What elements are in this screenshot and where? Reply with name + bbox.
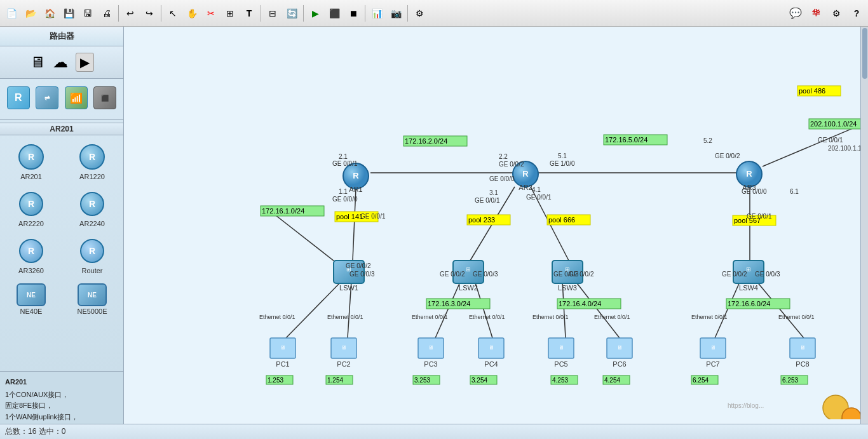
svg-line-15 <box>756 281 804 338</box>
tb-redo[interactable]: ↪ <box>140 4 158 22</box>
svg-line-13 <box>575 281 620 338</box>
network-diagram: R AR1 R AR2 R AR3 ⊞ LSW1 ⊞ LSW2 ⊞ LSW3 <box>124 27 861 419</box>
tb-open[interactable]: 📂 <box>22 4 39 22</box>
tb-graph[interactable]: 📊 <box>368 4 386 22</box>
svg-text:2.2: 2.2 <box>499 153 508 160</box>
svg-text:172.16.5.0/24: 172.16.5.0/24 <box>605 136 648 144</box>
sidebar-item-ar2220[interactable]: R AR2220 <box>3 187 60 229</box>
svg-text:🖥: 🖥 <box>280 344 286 351</box>
sidebar-item-router[interactable]: R Router <box>64 234 121 276</box>
svg-text:202.100.1.0/24: 202.100.1.0/24 <box>810 120 857 128</box>
sidebar-wireless-icon[interactable]: 📶 <box>63 84 90 112</box>
svg-text:4.1: 4.1 <box>532 186 541 193</box>
tb-save[interactable]: 💾 <box>60 4 78 22</box>
svg-text:6.254: 6.254 <box>693 377 709 384</box>
svg-text:172.16.2.0/24: 172.16.2.0/24 <box>405 137 447 145</box>
svg-text:LSW1: LSW1 <box>339 284 358 292</box>
sidebar-divider <box>0 119 123 120</box>
tb-fitpage[interactable]: ⊞ <box>221 4 239 22</box>
statusbar: 总数：16 选中：0 <box>0 424 868 439</box>
sidebar-category: 路由器 <box>0 27 123 46</box>
svg-text:Ethernet 0/0/1: Ethernet 0/0/1 <box>412 314 448 320</box>
svg-text:1.1: 1.1 <box>339 188 348 195</box>
svg-text:GE 0/0/2: GE 0/0/2 <box>569 271 594 278</box>
sidebar-selected-device: AR201 <box>0 123 123 135</box>
svg-text:4.254: 4.254 <box>604 377 620 384</box>
canvas-vscroll-thumb[interactable] <box>862 28 867 79</box>
tb-select[interactable]: ↖ <box>164 4 182 22</box>
sidebar-device-row-4: NE NE40E NE NE5000E <box>3 279 121 320</box>
svg-text:PC6: PC6 <box>613 360 626 368</box>
tb-text[interactable]: T <box>240 4 258 22</box>
sidebar-arrow-icon[interactable]: ▶ <box>74 50 95 74</box>
toolbar-sep-3 <box>261 5 261 22</box>
svg-text:Ethernet 0/0/1: Ethernet 0/0/1 <box>691 314 728 320</box>
tb-capture[interactable]: 📷 <box>387 4 405 22</box>
tb-new[interactable]: 📄 <box>3 4 20 22</box>
toolbar: 📄 📂 🏠 💾 🖫 🖨 ↩ ↪ ↖ ✋ ✂ ⊞ T ⊟ 🔄 ▶ ⬛ ⏹ 📊 📷 … <box>0 0 868 27</box>
tb-hand[interactable]: ✋ <box>183 4 201 22</box>
svg-text:GE 0/0/1: GE 0/0/1 <box>475 197 500 204</box>
sidebar-item-ar1220[interactable]: R AR1220 <box>64 140 121 182</box>
svg-text:6.1: 6.1 <box>790 188 799 195</box>
svg-text:pool 486: pool 486 <box>799 87 825 95</box>
svg-text:GE 0/0/3: GE 0/0/3 <box>755 271 780 278</box>
tb-gear[interactable]: ⚙ <box>827 4 845 22</box>
tb-refresh[interactable]: 🔄 <box>283 4 301 22</box>
svg-text:2.1: 2.1 <box>339 153 348 160</box>
svg-text:6.253: 6.253 <box>782 377 798 384</box>
svg-text:GE 0/0/0: GE 0/0/0 <box>742 188 767 195</box>
tb-play[interactable]: ▶ <box>306 4 324 22</box>
sidebar-router-icon[interactable]: R <box>5 84 32 112</box>
tb-stop[interactable]: ⬛ <box>325 4 343 22</box>
svg-text:GE 0/0/2: GE 0/0/2 <box>715 152 740 159</box>
svg-text:3.254: 3.254 <box>471 377 487 384</box>
sidebar-switch-icon[interactable]: ⇌ <box>34 84 61 112</box>
canvas-area[interactable]: R AR1 R AR2 R AR3 ⊞ LSW1 ⊞ LSW2 ⊞ LSW3 <box>124 27 868 439</box>
svg-text:172.16.4.0/24: 172.16.4.0/24 <box>559 300 601 307</box>
svg-text:GE 0/0/1: GE 0/0/1 <box>526 194 552 201</box>
svg-text:GE 0/0/2: GE 0/0/2 <box>440 271 465 278</box>
sidebar-desktop-icon[interactable]: 🖥 <box>29 51 46 74</box>
sidebar-desc-title: AR201 <box>5 377 118 388</box>
sidebar-item-ar2240[interactable]: R AR2240 <box>64 187 121 229</box>
svg-text:PC1: PC1 <box>276 360 289 368</box>
sidebar-item-ar3260[interactable]: R AR3260 <box>3 234 60 276</box>
tb-settings[interactable]: ⚙ <box>410 4 428 22</box>
svg-line-10 <box>435 281 461 338</box>
sidebar-item-ar201[interactable]: R AR201 <box>3 140 60 182</box>
svg-text:GE 0/0/1: GE 0/0/1 <box>360 213 386 220</box>
tb-home[interactable]: 🏠 <box>41 4 58 22</box>
svg-text:GE 1/0/0: GE 1/0/0 <box>550 160 575 167</box>
svg-text:3.1: 3.1 <box>489 189 498 196</box>
svg-text:PC4: PC4 <box>484 360 498 368</box>
svg-text:pool 141: pool 141 <box>336 213 363 220</box>
svg-text:🖥: 🖥 <box>428 344 434 351</box>
tb-chat[interactable]: 💬 <box>787 4 804 22</box>
tb-huawei[interactable]: 华 <box>807 4 825 22</box>
svg-text:LSW3: LSW3 <box>558 284 577 292</box>
tb-undo[interactable]: ↩ <box>121 4 139 22</box>
statusbar-text: 总数：16 选中：0 <box>5 426 65 437</box>
tb-link[interactable]: ⊟ <box>264 4 281 22</box>
svg-text:Ethernet 0/0/1: Ethernet 0/0/1 <box>532 314 569 320</box>
canvas-vscroll[interactable] <box>860 27 868 431</box>
svg-text:R: R <box>353 171 359 180</box>
sidebar-misc-icon[interactable]: ⬛ <box>92 84 119 112</box>
svg-text:pool 233: pool 233 <box>468 216 495 224</box>
tb-delete[interactable]: ✂ <box>202 4 220 22</box>
svg-text:GE 0/0/2: GE 0/0/2 <box>722 271 747 278</box>
sidebar-device-row-1: R AR201 R AR1220 <box>3 138 121 185</box>
svg-text:PC3: PC3 <box>424 360 437 368</box>
sidebar-cloud-icon[interactable]: ☁ <box>51 51 69 74</box>
tb-help[interactable]: ? <box>848 4 865 22</box>
svg-text:Ethernet 0/0/1: Ethernet 0/0/1 <box>327 314 363 320</box>
sidebar-item-ne40e[interactable]: NE NE40E <box>3 281 60 317</box>
svg-text:172.16.3.0/24: 172.16.3.0/24 <box>428 300 470 307</box>
tb-pause[interactable]: ⏹ <box>344 4 362 22</box>
tb-saveas[interactable]: 🖫 <box>79 4 97 22</box>
sidebar-item-ne5000e[interactable]: NE NE5000E <box>64 281 121 317</box>
tb-print[interactable]: 🖨 <box>98 4 116 22</box>
svg-text:Ethernet 0/0/1: Ethernet 0/0/1 <box>778 314 815 320</box>
sidebar-scroll-area[interactable]: R AR201 R AR1220 R AR2220 R AR2240 <box>0 135 123 371</box>
